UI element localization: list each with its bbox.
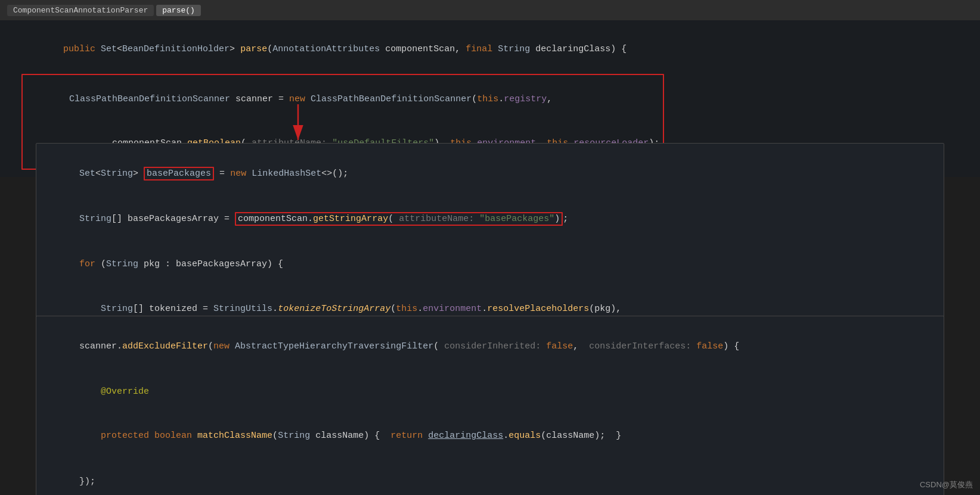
highlight-basePackages: basePackages	[144, 167, 214, 180]
highlight-getStringArray: componentScan.getStringArray( attributeN…	[235, 212, 563, 226]
breadcrumb-method[interactable]: parse()	[156, 5, 201, 16]
code-line-s2-3: for (String pkg : basePackagesArray) {	[47, 243, 933, 287]
code-line-s1-box1: ClassPathBeanDefinitionScanner scanner =…	[26, 77, 659, 122]
code-line-s3-1: scanner.addExcludeFilter(new AbstractTyp…	[47, 325, 933, 369]
code-line-s2-1: Set<String> basePackages = new LinkedHas…	[47, 152, 933, 196]
code-line-s3-4: });	[47, 460, 933, 495]
breadcrumb-class[interactable]: ComponentScanAnnotationParser	[7, 5, 154, 16]
code-line-s2-2: String[] basePackagesArray = componentSc…	[47, 197, 933, 241]
breadcrumb-bar: ComponentScanAnnotationParser parse()	[0, 0, 980, 20]
page-container: ComponentScanAnnotationParser parse() pu…	[0, 0, 980, 495]
code-line-s1-1: public Set<BeanDefinitionHolder> parse(A…	[10, 27, 980, 71]
watermark: CSDN@莫俊燕	[920, 480, 973, 490]
code-line-s3-2: @Override	[47, 370, 933, 414]
code-line-s3-3: protected boolean matchClassName(String …	[47, 415, 933, 459]
code-section-3: scanner.addExcludeFilter(new AbstractTyp…	[36, 316, 944, 495]
